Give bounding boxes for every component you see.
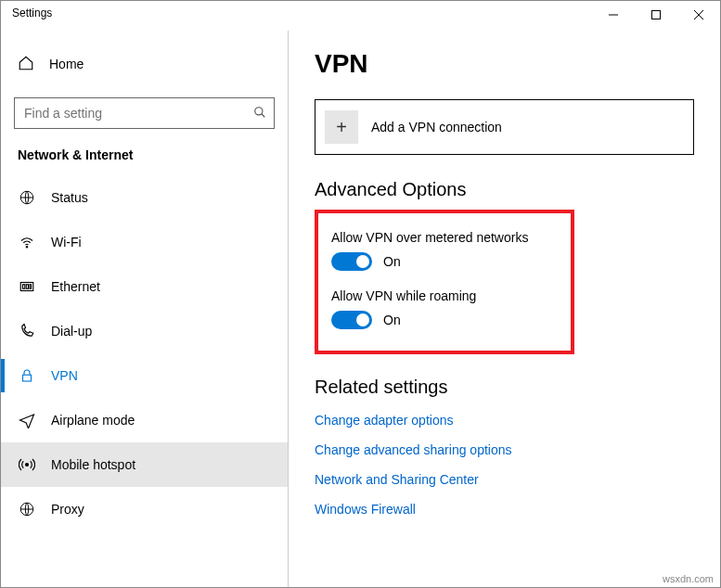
toggle-label-metered: Allow VPN over metered networks	[331, 230, 558, 245]
svg-rect-1	[652, 11, 661, 19]
svg-rect-12	[23, 375, 32, 381]
sidebar-item-label: Wi-Fi	[51, 235, 82, 249]
toggle-state: On	[383, 254, 401, 269]
search-icon	[253, 106, 266, 121]
link-network-center[interactable]: Network and Sharing Center	[315, 472, 694, 487]
search-box[interactable]	[14, 97, 275, 129]
sidebar-item-label: Airplane mode	[51, 413, 135, 428]
svg-rect-10	[26, 285, 28, 289]
page-title: VPN	[315, 49, 694, 79]
related-heading: Related settings	[315, 377, 694, 398]
sidebar-item-proxy[interactable]: Proxy	[1, 487, 288, 531]
add-vpn-label: Add a VPN connection	[371, 120, 502, 134]
svg-rect-11	[30, 285, 32, 289]
toggle-metered[interactable]: On	[331, 252, 401, 271]
content-pane: VPN + Add a VPN connection Advanced Opti…	[289, 31, 720, 587]
link-adapter-options[interactable]: Change adapter options	[315, 413, 694, 428]
home-button[interactable]: Home	[1, 40, 288, 88]
watermark: wsxdn.com	[663, 573, 714, 584]
sidebar-item-label: Proxy	[51, 502, 84, 517]
add-vpn-button[interactable]: + Add a VPN connection	[315, 99, 694, 155]
home-label: Home	[49, 57, 84, 71]
section-label: Network & Internet	[1, 142, 288, 175]
airplane-icon	[18, 412, 36, 428]
sidebar-item-dialup[interactable]: Dial-up	[1, 309, 288, 353]
wifi-icon	[18, 234, 36, 250]
status-icon	[18, 189, 36, 206]
sidebar-item-ethernet[interactable]: Ethernet	[1, 264, 288, 309]
plus-icon: +	[325, 110, 358, 144]
toggle-label-roaming: Allow VPN while roaming	[331, 288, 558, 303]
window-title: Settings	[1, 1, 63, 25]
dialup-icon	[18, 323, 36, 339]
vpn-icon	[18, 367, 36, 384]
sidebar-item-label: Status	[51, 190, 88, 205]
sidebar-item-status[interactable]: Status	[1, 175, 288, 220]
minimize-button[interactable]	[592, 1, 635, 29]
sidebar-item-label: Ethernet	[51, 279, 100, 294]
svg-point-4	[255, 107, 263, 114]
toggle-roaming[interactable]: On	[331, 311, 401, 329]
sidebar-item-label: VPN	[51, 368, 78, 383]
sidebar-item-hotspot[interactable]: Mobile hotspot	[1, 442, 288, 487]
sidebar-item-airplane[interactable]: Airplane mode	[1, 398, 288, 442]
svg-rect-9	[23, 285, 25, 289]
hotspot-icon	[18, 456, 36, 473]
switch-icon	[331, 252, 372, 271]
advanced-heading: Advanced Options	[315, 179, 694, 200]
search-input[interactable]	[22, 105, 253, 121]
home-icon	[18, 55, 34, 74]
maximize-button[interactable]	[635, 1, 677, 29]
close-button[interactable]	[677, 1, 720, 29]
toggle-state: On	[383, 313, 401, 327]
svg-point-13	[26, 464, 29, 467]
switch-icon	[331, 311, 372, 329]
svg-line-5	[262, 113, 265, 117]
sidebar-item-label: Dial-up	[51, 324, 92, 339]
sidebar-item-wifi[interactable]: Wi-Fi	[1, 220, 288, 264]
sidebar-item-vpn[interactable]: VPN	[1, 353, 288, 398]
sidebar: Home Network & Internet Status Wi-Fi	[1, 31, 289, 587]
sidebar-item-label: Mobile hotspot	[51, 457, 135, 472]
svg-point-7	[26, 247, 28, 249]
proxy-icon	[18, 501, 36, 518]
highlight-box: Allow VPN over metered networks On Allow…	[315, 210, 574, 354]
ethernet-icon	[18, 278, 36, 295]
link-sharing-options[interactable]: Change advanced sharing options	[315, 442, 694, 457]
link-windows-firewall[interactable]: Windows Firewall	[315, 502, 694, 517]
